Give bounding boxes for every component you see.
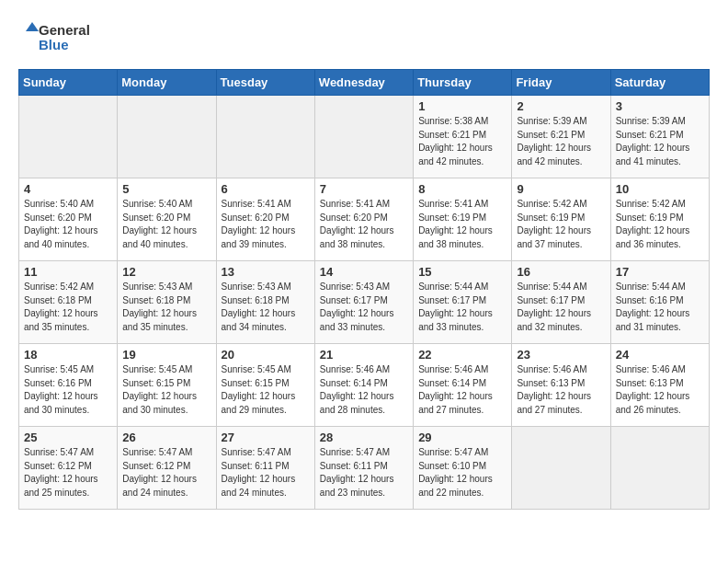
day-number: 6	[222, 182, 310, 196]
calendar-cell: 12Sunrise: 5:43 AMSunset: 6:18 PMDayligh…	[118, 261, 216, 344]
calendar-cell: 7Sunrise: 5:41 AMSunset: 6:20 PMDaylight…	[314, 178, 413, 261]
day-number: 7	[320, 182, 408, 196]
calendar-cell	[314, 96, 413, 178]
day-info: Sunrise: 5:39 AMSunset: 6:21 PMDaylight:…	[517, 115, 605, 168]
weekday-header: Wednesday	[314, 70, 413, 96]
calendar-week-row: 4Sunrise: 5:40 AMSunset: 6:20 PMDaylight…	[19, 178, 710, 261]
calendar-cell: 18Sunrise: 5:45 AMSunset: 6:16 PMDayligh…	[19, 344, 118, 427]
day-number: 21	[320, 348, 408, 362]
day-number: 11	[24, 265, 112, 279]
day-number: 10	[616, 182, 704, 196]
day-info: Sunrise: 5:39 AMSunset: 6:21 PMDaylight:…	[616, 115, 704, 168]
svg-text:Blue: Blue	[39, 37, 69, 52]
day-number: 25	[24, 431, 112, 444]
day-info: Sunrise: 5:44 AMSunset: 6:16 PMDaylight:…	[616, 281, 704, 334]
day-info: Sunrise: 5:42 AMSunset: 6:19 PMDaylight:…	[517, 198, 605, 251]
day-number: 2	[517, 99, 605, 113]
day-number: 5	[122, 182, 210, 196]
calendar-cell: 1Sunrise: 5:38 AMSunset: 6:21 PMDaylight…	[414, 96, 512, 178]
calendar-cell: 27Sunrise: 5:47 AMSunset: 6:11 PMDayligh…	[216, 427, 314, 510]
day-number: 4	[24, 182, 112, 196]
day-info: Sunrise: 5:44 AMSunset: 6:17 PMDaylight:…	[418, 281, 506, 334]
day-number: 19	[122, 348, 210, 362]
day-info: Sunrise: 5:46 AMSunset: 6:13 PMDaylight:…	[517, 363, 605, 417]
calendar-cell: 13Sunrise: 5:43 AMSunset: 6:18 PMDayligh…	[216, 261, 314, 344]
calendar-cell: 20Sunrise: 5:45 AMSunset: 6:15 PMDayligh…	[216, 344, 314, 427]
day-number: 22	[418, 348, 506, 362]
day-info: Sunrise: 5:46 AMSunset: 6:14 PMDaylight:…	[418, 363, 506, 417]
day-number: 23	[517, 348, 605, 362]
day-number: 16	[517, 265, 605, 279]
weekday-header: Friday	[512, 70, 610, 96]
calendar-cell: 21Sunrise: 5:46 AMSunset: 6:14 PMDayligh…	[314, 344, 413, 427]
day-info: Sunrise: 5:41 AMSunset: 6:20 PMDaylight:…	[320, 198, 408, 251]
day-number: 17	[616, 265, 704, 279]
logo-svg: General Blue	[18, 18, 129, 60]
calendar-cell: 3Sunrise: 5:39 AMSunset: 6:21 PMDaylight…	[610, 96, 709, 178]
page-header: General Blue	[18, 18, 710, 60]
calendar-cell: 14Sunrise: 5:43 AMSunset: 6:17 PMDayligh…	[314, 261, 413, 344]
calendar-cell: 2Sunrise: 5:39 AMSunset: 6:21 PMDaylight…	[512, 96, 610, 178]
calendar-week-row: 11Sunrise: 5:42 AMSunset: 6:18 PMDayligh…	[19, 261, 710, 344]
day-number: 1	[418, 99, 506, 113]
day-info: Sunrise: 5:46 AMSunset: 6:13 PMDaylight:…	[616, 363, 704, 417]
calendar-cell: 8Sunrise: 5:41 AMSunset: 6:19 PMDaylight…	[414, 178, 512, 261]
day-number: 24	[616, 348, 704, 362]
svg-text:General: General	[39, 22, 90, 38]
calendar-cell: 5Sunrise: 5:40 AMSunset: 6:20 PMDaylight…	[118, 178, 216, 261]
calendar-cell: 28Sunrise: 5:47 AMSunset: 6:11 PMDayligh…	[314, 427, 413, 510]
weekday-header: Monday	[118, 70, 216, 96]
calendar-cell: 19Sunrise: 5:45 AMSunset: 6:15 PMDayligh…	[118, 344, 216, 427]
day-info: Sunrise: 5:45 AMSunset: 6:15 PMDaylight:…	[222, 363, 310, 417]
day-info: Sunrise: 5:38 AMSunset: 6:21 PMDaylight:…	[418, 115, 506, 168]
day-info: Sunrise: 5:45 AMSunset: 6:16 PMDaylight:…	[24, 363, 112, 417]
calendar-cell: 4Sunrise: 5:40 AMSunset: 6:20 PMDaylight…	[19, 178, 118, 261]
calendar-week-row: 1Sunrise: 5:38 AMSunset: 6:21 PMDaylight…	[19, 96, 710, 178]
calendar-cell: 16Sunrise: 5:44 AMSunset: 6:17 PMDayligh…	[512, 261, 610, 344]
calendar-cell	[216, 96, 314, 178]
day-info: Sunrise: 5:44 AMSunset: 6:17 PMDaylight:…	[517, 281, 605, 334]
day-info: Sunrise: 5:41 AMSunset: 6:19 PMDaylight:…	[418, 198, 506, 251]
day-info: Sunrise: 5:40 AMSunset: 6:20 PMDaylight:…	[24, 198, 112, 251]
day-info: Sunrise: 5:45 AMSunset: 6:15 PMDaylight:…	[122, 363, 210, 417]
calendar-table: SundayMondayTuesdayWednesdayThursdayFrid…	[18, 69, 710, 510]
calendar-cell	[610, 427, 709, 510]
day-info: Sunrise: 5:46 AMSunset: 6:14 PMDaylight:…	[320, 363, 408, 417]
calendar-cell: 6Sunrise: 5:41 AMSunset: 6:20 PMDaylight…	[216, 178, 314, 261]
calendar-cell: 23Sunrise: 5:46 AMSunset: 6:13 PMDayligh…	[512, 344, 610, 427]
day-number: 13	[222, 265, 310, 279]
weekday-header: Tuesday	[216, 70, 314, 96]
day-info: Sunrise: 5:42 AMSunset: 6:19 PMDaylight:…	[616, 198, 704, 251]
day-number: 3	[616, 99, 704, 113]
day-info: Sunrise: 5:42 AMSunset: 6:18 PMDaylight:…	[24, 281, 112, 334]
weekday-header: Thursday	[414, 70, 512, 96]
calendar-cell: 11Sunrise: 5:42 AMSunset: 6:18 PMDayligh…	[19, 261, 118, 344]
day-number: 20	[222, 348, 310, 362]
day-info: Sunrise: 5:43 AMSunset: 6:17 PMDaylight:…	[320, 281, 408, 334]
calendar-cell: 17Sunrise: 5:44 AMSunset: 6:16 PMDayligh…	[610, 261, 709, 344]
calendar-week-row: 25Sunrise: 5:47 AMSunset: 6:12 PMDayligh…	[19, 427, 710, 510]
calendar-week-row: 18Sunrise: 5:45 AMSunset: 6:16 PMDayligh…	[19, 344, 710, 427]
logo: General Blue	[18, 18, 129, 60]
day-number: 15	[418, 265, 506, 279]
calendar-cell: 9Sunrise: 5:42 AMSunset: 6:19 PMDaylight…	[512, 178, 610, 261]
calendar-cell: 29Sunrise: 5:47 AMSunset: 6:10 PMDayligh…	[414, 427, 512, 510]
calendar-cell: 15Sunrise: 5:44 AMSunset: 6:17 PMDayligh…	[414, 261, 512, 344]
weekday-header: Sunday	[19, 70, 118, 96]
day-info: Sunrise: 5:43 AMSunset: 6:18 PMDaylight:…	[222, 281, 310, 334]
day-number: 28	[320, 431, 408, 444]
calendar-cell: 22Sunrise: 5:46 AMSunset: 6:14 PMDayligh…	[414, 344, 512, 427]
day-number: 18	[24, 348, 112, 362]
svg-marker-1	[26, 22, 39, 31]
day-info: Sunrise: 5:47 AMSunset: 6:12 PMDaylight:…	[24, 446, 112, 500]
calendar-cell: 10Sunrise: 5:42 AMSunset: 6:19 PMDayligh…	[610, 178, 709, 261]
calendar-cell: 26Sunrise: 5:47 AMSunset: 6:12 PMDayligh…	[118, 427, 216, 510]
calendar-cell	[512, 427, 610, 510]
day-info: Sunrise: 5:43 AMSunset: 6:18 PMDaylight:…	[122, 281, 210, 334]
weekday-header-row: SundayMondayTuesdayWednesdayThursdayFrid…	[19, 70, 710, 96]
day-number: 27	[222, 431, 310, 444]
calendar-cell: 25Sunrise: 5:47 AMSunset: 6:12 PMDayligh…	[19, 427, 118, 510]
day-number: 9	[517, 182, 605, 196]
day-info: Sunrise: 5:47 AMSunset: 6:11 PMDaylight:…	[320, 446, 408, 500]
day-info: Sunrise: 5:41 AMSunset: 6:20 PMDaylight:…	[222, 198, 310, 251]
